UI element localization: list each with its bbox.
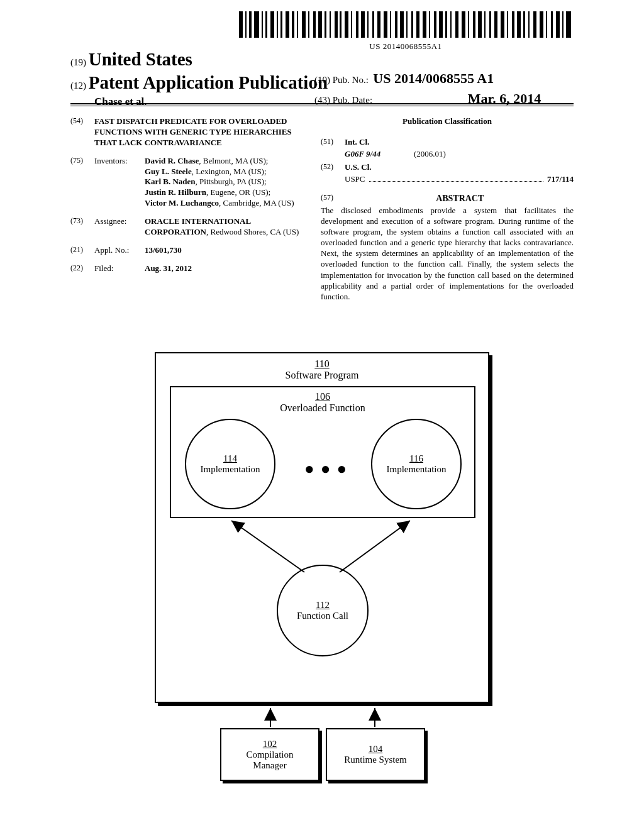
svg-rect-29 — [395, 11, 397, 38]
svg-rect-15 — [318, 11, 322, 38]
ellipsis-icon: ●●● — [304, 460, 353, 479]
overloaded-function-box: 106 Overloaded Function 114 Implementati… — [170, 386, 475, 518]
runtime-system-box: 104 Runtime System — [326, 728, 425, 781]
svg-rect-51 — [517, 11, 521, 38]
svg-rect-46 — [489, 11, 491, 38]
barcode-block: US 20140068555A1 — [239, 11, 572, 52]
inventor-name: Justin R. Hilburn — [145, 187, 206, 197]
svg-rect-36 — [434, 11, 436, 38]
inventor-name: Victor M. Luchangco — [145, 198, 219, 208]
svg-rect-31 — [406, 11, 408, 38]
implementation-114: 114 Implementation — [185, 419, 275, 509]
uspc-value: 717/114 — [547, 174, 574, 185]
abstract-heading: ABSTRACT — [347, 193, 573, 204]
pubno-value: US 2014/0068555 A1 — [373, 70, 494, 86]
uspc-name: USPC — [345, 174, 365, 185]
svg-rect-12 — [302, 11, 306, 38]
intcl-label: Int. Cl. — [345, 137, 369, 148]
pubno-code: (10) — [314, 75, 330, 85]
svg-rect-60 — [566, 11, 571, 38]
svg-rect-44 — [478, 11, 482, 38]
svg-rect-48 — [501, 11, 504, 38]
svg-rect-49 — [507, 11, 508, 38]
barcode-icon — [239, 11, 572, 38]
svg-rect-18 — [335, 11, 338, 38]
svg-rect-4 — [262, 11, 263, 38]
svg-rect-28 — [390, 11, 391, 38]
svg-rect-20 — [345, 11, 348, 38]
applno-code: (21) — [70, 245, 94, 256]
svg-rect-19 — [340, 11, 341, 38]
kind-code: (12) — [70, 80, 86, 91]
svg-rect-14 — [313, 11, 316, 38]
country-code: (19) — [70, 57, 86, 67]
svg-rect-25 — [372, 11, 374, 38]
invention-title: FAST DISPATCH PREDICATE FOR OVERLOADED F… — [94, 116, 313, 148]
title-code: (54) — [70, 116, 94, 148]
dot-leader — [369, 177, 544, 182]
assignee-code: (73) — [70, 216, 94, 238]
uscl-code: (52) — [321, 162, 345, 173]
filed-value: Aug. 31, 2012 — [145, 263, 192, 273]
abstract-text: The disclosed embodiments provide a syst… — [321, 205, 574, 302]
applno-value: 13/601,730 — [145, 245, 182, 255]
compilation-manager-box: 102 Compilation Manager — [220, 728, 319, 781]
divider-thin — [70, 106, 574, 106]
svg-rect-32 — [411, 11, 413, 38]
software-program-box: 110 Software Program 106 Overloaded Func… — [155, 352, 489, 703]
function-call-112: 112 Function Call — [277, 565, 369, 656]
header-right: (10) Pub. No.: US 2014/0068555 A1 (43) P… — [314, 70, 541, 107]
pubno-label: Pub. No.: — [333, 75, 369, 85]
svg-rect-24 — [367, 11, 369, 38]
inventors-code: (75) — [70, 156, 94, 209]
svg-rect-40 — [455, 11, 458, 38]
bottom-boxes: 102 Compilation Manager 104 Runtime Syst… — [220, 728, 431, 781]
pubclass-heading: Publication Classification — [321, 116, 574, 127]
svg-rect-52 — [523, 11, 525, 38]
svg-rect-9 — [286, 11, 289, 38]
inventors-label: Inventors: — [94, 156, 145, 209]
inventor-name: David R. Chase — [145, 156, 199, 165]
svg-rect-5 — [265, 11, 267, 38]
inventor-name: Karl B. Naden — [145, 177, 196, 186]
svg-rect-11 — [297, 11, 298, 38]
filed-code: (22) — [70, 263, 94, 274]
author-line: Chase et al. — [94, 96, 328, 108]
svg-rect-45 — [484, 11, 486, 38]
divider-thick — [70, 103, 574, 104]
uscl-label: U.S. Cl. — [345, 162, 372, 173]
svg-rect-35 — [429, 11, 430, 38]
svg-rect-38 — [445, 11, 447, 38]
svg-rect-6 — [270, 11, 274, 38]
svg-rect-2 — [249, 11, 252, 38]
svg-rect-47 — [494, 11, 497, 38]
svg-rect-34 — [423, 11, 426, 38]
svg-rect-50 — [512, 11, 514, 38]
figure-diagram: 110 Software Program 106 Overloaded Func… — [155, 352, 489, 786]
svg-rect-17 — [330, 11, 331, 38]
svg-rect-53 — [528, 11, 530, 38]
svg-rect-26 — [377, 11, 380, 38]
svg-rect-55 — [540, 11, 543, 38]
svg-rect-57 — [551, 11, 553, 38]
svg-rect-58 — [556, 11, 560, 38]
svg-rect-54 — [533, 11, 536, 38]
svg-rect-37 — [439, 11, 443, 38]
inventors-list: David R. Chase, Belmont, MA (US); Guy L.… — [145, 156, 313, 209]
kind: Patent Application Publication — [89, 72, 328, 92]
filed-label: Filed: — [94, 263, 145, 274]
svg-rect-33 — [416, 11, 419, 38]
svg-rect-23 — [361, 11, 365, 38]
svg-rect-59 — [562, 11, 564, 38]
svg-rect-22 — [356, 11, 358, 38]
svg-rect-8 — [280, 11, 282, 38]
svg-rect-16 — [325, 11, 326, 38]
svg-rect-21 — [351, 11, 352, 38]
intcl-year: (2006.01) — [414, 149, 446, 160]
svg-rect-43 — [473, 11, 475, 38]
left-column: (54) FAST DISPATCH PREDICATE FOR OVERLOA… — [70, 116, 313, 282]
right-column: Publication Classification (51) Int. Cl.… — [321, 116, 574, 302]
svg-rect-56 — [546, 11, 547, 38]
label-110: 110 Software Program — [156, 358, 488, 381]
intcl-code: (51) — [321, 137, 345, 148]
